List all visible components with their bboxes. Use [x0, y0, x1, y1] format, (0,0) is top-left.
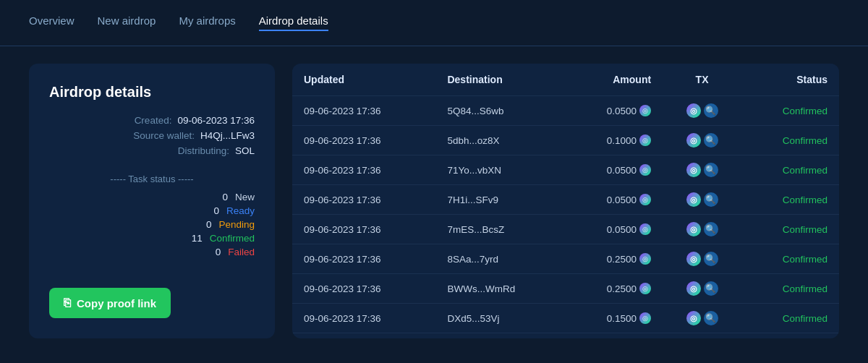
cell-destination: 5Q84...S6wb	[435, 96, 566, 126]
tx-sol-icon[interactable]: ◎	[686, 252, 701, 266]
right-panel: Updated Destination Amount TX Status 09-…	[292, 64, 839, 338]
tx-sol-icon[interactable]: ◎	[686, 133, 701, 148]
cell-status: Confirmed	[741, 274, 839, 304]
tx-sol-icon[interactable]: ◎	[686, 281, 701, 296]
status-row-pending: 0 Pending	[49, 219, 255, 230]
copy-button-label: Copy proof link	[77, 297, 156, 309]
tx-sol-icon[interactable]: ◎	[686, 103, 701, 118]
sol-amount-icon: ◎	[639, 283, 651, 294]
cell-destination: 5dbh...oz8X	[435, 126, 566, 155]
cell-amount: 0.0500 ◎	[566, 185, 663, 215]
sol-amount-icon: ◎	[639, 194, 651, 205]
status-row-ready: 0 Ready	[49, 205, 255, 216]
sol-amount-icon: ◎	[639, 223, 651, 235]
status-row-confirmed: 11 Confirmed	[49, 233, 255, 244]
cell-status: Confirmed	[741, 333, 839, 339]
cell-destination: 7H1i...SFv9	[435, 185, 566, 215]
tx-sol-icon[interactable]: ◎	[686, 311, 701, 325]
nav-airdrop-details[interactable]: Airdrop details	[259, 14, 328, 31]
cell-tx: ◎ 🔍	[663, 333, 741, 339]
panel-title: Airdrop details	[49, 84, 255, 101]
cell-destination: 8SAa...7yrd	[435, 244, 566, 274]
status-row-failed: 0 Failed	[49, 247, 255, 257]
tx-link-icon[interactable]: 🔍	[704, 163, 718, 177]
sol-amount-icon: ◎	[639, 134, 651, 146]
col-status: Status	[741, 64, 839, 96]
tx-link-icon[interactable]: 🔍	[704, 192, 718, 207]
cell-updated: 09-06-2023 17:36	[292, 155, 435, 185]
failed-label: Failed	[228, 247, 255, 257]
cell-status: Confirmed	[741, 126, 839, 155]
nav-my-airdrops[interactable]: My airdrops	[179, 14, 235, 31]
cell-updated: 09-06-2023 17:36	[292, 333, 435, 339]
tx-link-icon[interactable]: 🔍	[704, 222, 718, 236]
cell-status: Confirmed	[741, 244, 839, 274]
cell-destination: Day7...x5GR	[435, 333, 566, 339]
failed-count: 0	[206, 247, 221, 257]
cell-amount: 0.0500 ◎	[566, 155, 663, 185]
status-row-new: 0 New	[49, 192, 255, 202]
col-updated: Updated	[292, 64, 435, 96]
transactions-table: Updated Destination Amount TX Status 09-…	[292, 64, 839, 338]
cell-updated: 09-06-2023 17:36	[292, 96, 435, 126]
ready-label: Ready	[226, 205, 255, 216]
sol-amount-icon: ◎	[639, 312, 651, 324]
tx-link-icon[interactable]: 🔍	[704, 311, 718, 325]
cell-amount: 0.0500 ◎	[566, 96, 663, 126]
cell-updated: 09-06-2023 17:36	[292, 215, 435, 244]
cell-updated: 09-06-2023 17:36	[292, 274, 435, 304]
source-wallet-row: Source wallet: H4Qj...LFw3	[49, 130, 255, 141]
distributing-label: Distributing:	[178, 145, 229, 156]
copy-icon: ⎘	[64, 296, 71, 309]
sol-amount-icon: ◎	[639, 105, 651, 116]
cell-tx: ◎ 🔍	[663, 96, 741, 126]
tx-link-icon[interactable]: 🔍	[704, 281, 718, 296]
new-label: New	[235, 192, 255, 202]
table-row: 09-06-2023 17:36 BWWs...WmRd 0.2500 ◎ ◎ …	[292, 274, 839, 304]
task-status-header: ----- Task status -----	[49, 174, 255, 184]
table-row: 09-06-2023 17:36 DXd5...53Vj 0.1500 ◎ ◎ …	[292, 304, 839, 333]
col-destination: Destination	[435, 64, 566, 96]
cell-tx: ◎ 🔍	[663, 126, 741, 155]
cell-updated: 09-06-2023 17:36	[292, 126, 435, 155]
confirmed-count: 11	[188, 233, 203, 244]
pending-count: 0	[197, 219, 211, 230]
status-rows: 0 New 0 Ready 0 Pending 11 Confirmed 0 F…	[49, 192, 255, 257]
table-wrapper[interactable]: Updated Destination Amount TX Status 09-…	[292, 64, 839, 338]
cell-updated: 09-06-2023 17:36	[292, 304, 435, 333]
cell-amount: 0.1500 ◎	[566, 304, 663, 333]
main-content: Airdrop details Created: 09-06-2023 17:3…	[0, 46, 868, 356]
cell-tx: ◎ 🔍	[663, 215, 741, 244]
table-row: 09-06-2023 17:36 7mES...BcsZ 0.0500 ◎ ◎ …	[292, 215, 839, 244]
nav-new-airdrop[interactable]: New airdrop	[98, 14, 156, 31]
tx-link-icon[interactable]: 🔍	[704, 133, 718, 148]
cell-amount: 0.2500 ◎	[566, 274, 663, 304]
cell-updated: 09-06-2023 17:36	[292, 185, 435, 215]
tx-link-icon[interactable]: 🔍	[704, 252, 718, 266]
created-row: Created: 09-06-2023 17:36	[49, 115, 255, 126]
col-tx: TX	[663, 64, 741, 96]
copy-proof-link-button[interactable]: ⎘ Copy proof link	[49, 288, 171, 318]
navigation: Overview New airdrop My airdrops Airdrop…	[0, 0, 868, 46]
pending-label: Pending	[218, 219, 255, 230]
cell-destination: DXd5...53Vj	[435, 304, 566, 333]
cell-status: Confirmed	[741, 155, 839, 185]
created-value: 09-06-2023 17:36	[177, 115, 255, 126]
tx-link-icon[interactable]: 🔍	[704, 103, 718, 118]
tx-sol-icon[interactable]: ◎	[686, 163, 701, 177]
cell-tx: ◎ 🔍	[663, 304, 741, 333]
cell-amount: 0.4500 ◎	[566, 333, 663, 339]
tx-sol-icon[interactable]: ◎	[686, 222, 701, 236]
table-row: 09-06-2023 17:36 5dbh...oz8X 0.1000 ◎ ◎ …	[292, 126, 839, 155]
tx-sol-icon[interactable]: ◎	[686, 192, 701, 207]
source-value: H4Qj...LFw3	[200, 130, 255, 141]
table-row: 09-06-2023 17:36 5Q84...S6wb 0.0500 ◎ ◎ …	[292, 96, 839, 126]
cell-tx: ◎ 🔍	[663, 185, 741, 215]
table-row: 09-06-2023 17:36 Day7...x5GR 0.4500 ◎ ◎ …	[292, 333, 839, 339]
sol-amount-icon: ◎	[639, 253, 651, 265]
table-row: 09-06-2023 17:36 7H1i...SFv9 0.0500 ◎ ◎ …	[292, 185, 839, 215]
table-row: 09-06-2023 17:36 71Yo...vbXN 0.0500 ◎ ◎ …	[292, 155, 839, 185]
distributing-row: Distributing: SOL	[49, 145, 255, 156]
cell-tx: ◎ 🔍	[663, 155, 741, 185]
nav-overview[interactable]: Overview	[29, 14, 75, 31]
